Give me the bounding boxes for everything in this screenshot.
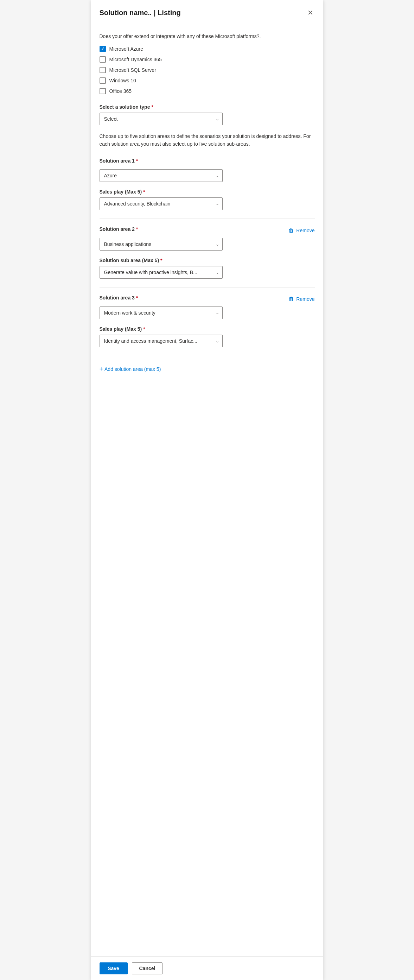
sales-play-3-label: Sales play (Max 5) *: [100, 326, 315, 332]
close-button[interactable]: ✕: [306, 7, 315, 18]
checkbox-office365[interactable]: Office 365: [100, 88, 315, 94]
sales-play-1-label: Sales play (Max 5) *: [100, 189, 315, 195]
checkbox-office365-input[interactable]: [100, 88, 106, 94]
sales-play-3-select[interactable]: Identity and access management, Surfac..…: [100, 335, 223, 347]
checkbox-azure[interactable]: Microsoft Azure: [100, 46, 315, 52]
trash-icon-3: 🗑: [289, 296, 294, 302]
solution-area-2-select-wrapper: Azure Business applications Modern work …: [100, 238, 223, 251]
checkbox-windows10-label: Windows 10: [109, 78, 136, 83]
solution-area-2-required-star: *: [136, 226, 138, 232]
checkbox-office365-label: Office 365: [109, 88, 132, 94]
sales-play-1-select[interactable]: Advanced security, Blockchain Option B: [100, 197, 223, 210]
solution-type-select-wrapper: Select Solution Type A Solution Type B ⌄: [100, 113, 223, 125]
area-divider-1: [100, 218, 315, 219]
remove-solution-area-2-button[interactable]: 🗑 Remove: [289, 226, 314, 235]
platforms-question: Does your offer extend or integrate with…: [100, 33, 315, 40]
checkbox-windows10-input[interactable]: [100, 77, 106, 84]
sales-play-3-required-star: *: [143, 326, 145, 332]
checkbox-dynamics[interactable]: Microsoft Dynamics 365: [100, 56, 315, 63]
area-divider-2: [100, 287, 315, 288]
add-solution-area-button[interactable]: + Add solution area (max 5): [100, 363, 161, 375]
checkbox-sql-label: Microsoft SQL Server: [109, 67, 156, 73]
solution-area-1-section: Solution area 1 * Azure Business applica…: [100, 158, 315, 210]
remove-solution-area-3-button[interactable]: 🗑 Remove: [289, 294, 314, 304]
solution-type-section: Select a solution type * Select Solution…: [100, 104, 315, 125]
checkbox-windows10[interactable]: Windows 10: [100, 77, 315, 84]
area-divider-3: [100, 356, 315, 356]
sales-play-1-section: Sales play (Max 5) * Advanced security, …: [100, 189, 315, 210]
add-solution-area-label: Add solution area (max 5): [105, 366, 161, 372]
solution-area-3-select[interactable]: Azure Business applications Modern work …: [100, 307, 223, 319]
solution-area-1-select[interactable]: Azure Business applications Modern work …: [100, 169, 223, 182]
remove-label-2: Remove: [296, 228, 314, 233]
platforms-checkbox-group: Microsoft Azure Microsoft Dynamics 365 M…: [100, 46, 315, 94]
cancel-button[interactable]: Cancel: [132, 963, 163, 974]
solution-area-2-header: Solution area 2 * 🗑 Remove: [100, 226, 315, 235]
trash-icon-2: 🗑: [289, 228, 294, 234]
sub-area-2-select-wrapper: Generate value with proactive insights, …: [100, 266, 223, 279]
sales-play-3-select-wrapper: Identity and access management, Surfac..…: [100, 335, 223, 347]
close-icon: ✕: [308, 8, 313, 17]
solution-area-3-section: Solution area 3 * 🗑 Remove Azure Busines…: [100, 294, 315, 347]
solution-area-2-section: Solution area 2 * 🗑 Remove Azure Busines…: [100, 226, 315, 279]
modal-container: Solution name.. | Listing ✕ Does your of…: [91, 0, 323, 980]
checkbox-sql-input[interactable]: [100, 67, 106, 73]
sub-area-2-required-star: *: [160, 258, 162, 263]
checkbox-dynamics-input[interactable]: [100, 56, 106, 63]
checkbox-azure-label: Microsoft Azure: [109, 46, 143, 52]
save-button[interactable]: Save: [100, 963, 128, 974]
solution-area-3-select-wrapper: Azure Business applications Modern work …: [100, 307, 223, 319]
solution-area-3-label: Solution area 3 *: [100, 295, 138, 301]
solution-area-1-required-star: *: [136, 158, 138, 164]
solution-type-label: Select a solution type *: [100, 104, 315, 110]
solution-area-2-select[interactable]: Azure Business applications Modern work …: [100, 238, 223, 251]
sales-play-3-section: Sales play (Max 5) * Identity and access…: [100, 326, 315, 347]
modal-title: Solution name.. | Listing: [100, 9, 181, 17]
modal-body: Does your offer extend or integrate with…: [91, 24, 323, 956]
solution-area-1-label: Solution area 1 *: [100, 158, 138, 164]
solution-area-1-header: Solution area 1 *: [100, 158, 315, 167]
checkbox-sql[interactable]: Microsoft SQL Server: [100, 67, 315, 73]
plus-icon: +: [100, 366, 103, 372]
checkbox-dynamics-label: Microsoft Dynamics 365: [109, 57, 162, 62]
remove-label-3: Remove: [296, 296, 314, 302]
solution-area-3-required-star: *: [136, 295, 138, 301]
solution-type-select[interactable]: Select Solution Type A Solution Type B: [100, 113, 223, 125]
solution-type-required-star: *: [151, 104, 153, 110]
sales-play-1-select-wrapper: Advanced security, Blockchain Option B ⌄: [100, 197, 223, 210]
sub-area-2-label: Solution sub area (Max 5) *: [100, 258, 315, 263]
checkbox-azure-input[interactable]: [100, 46, 106, 52]
modal-header: Solution name.. | Listing ✕: [91, 0, 323, 24]
solution-areas-description: Choose up to five solution areas to defi…: [100, 132, 315, 148]
solution-area-2-label: Solution area 2 *: [100, 226, 138, 232]
modal-footer: Save Cancel: [91, 956, 323, 980]
sub-area-2-select[interactable]: Generate value with proactive insights, …: [100, 266, 223, 279]
solution-area-1-select-wrapper: Azure Business applications Modern work …: [100, 169, 223, 182]
sales-play-1-required-star: *: [143, 189, 145, 195]
sub-area-2-section: Solution sub area (Max 5) * Generate val…: [100, 258, 315, 279]
solution-area-3-header: Solution area 3 * 🗑 Remove: [100, 294, 315, 304]
